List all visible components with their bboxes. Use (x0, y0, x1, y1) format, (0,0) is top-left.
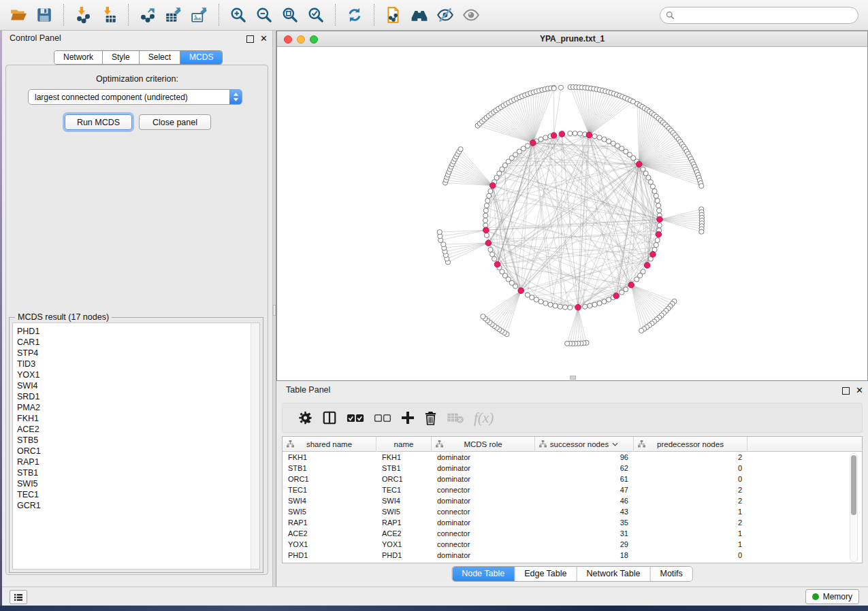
ring-node[interactable] (634, 277, 639, 282)
ring-node[interactable] (539, 299, 543, 304)
leaf-node[interactable] (558, 85, 563, 90)
deselect-all-button[interactable] (374, 413, 391, 423)
ring-node[interactable] (483, 218, 487, 222)
tab-edge-table[interactable]: Edge Table (515, 567, 577, 581)
mcds-dominator-node[interactable] (530, 140, 536, 146)
ring-node[interactable] (597, 135, 602, 140)
float-panel-icon[interactable] (246, 35, 254, 43)
mcds-dominator-node[interactable] (586, 132, 592, 138)
ring-node[interactable] (592, 134, 597, 139)
hide-visual-style-button[interactable] (434, 3, 457, 27)
ring-node[interactable] (583, 304, 588, 309)
table-row[interactable]: RAP1RAP1dominator352 (283, 517, 862, 528)
leaf-node[interactable] (699, 184, 704, 188)
mcds-list-scrollbar[interactable] (251, 323, 259, 569)
export-image-button[interactable] (188, 3, 211, 27)
refresh-view-button[interactable] (343, 3, 366, 27)
table-row[interactable]: PHD1PHD1dominator180 (283, 550, 862, 561)
run-mcds-button[interactable]: Run MCDS (65, 114, 132, 130)
delete-entry-button[interactable] (424, 411, 437, 425)
mcds-dominator-node[interactable] (518, 288, 524, 294)
table-scrollbar-thumb[interactable] (851, 455, 856, 515)
ring-node[interactable] (620, 290, 624, 295)
ring-node[interactable] (525, 293, 530, 297)
zoom-out-button[interactable] (253, 3, 276, 27)
criterion-dropdown[interactable]: largest connected component (undirected) (28, 89, 242, 105)
table-row[interactable]: TEC1TEC1connector472 (283, 484, 862, 495)
ring-node[interactable] (489, 252, 494, 257)
add-entry-button[interactable] (401, 411, 415, 425)
ring-node[interactable] (656, 203, 661, 208)
ring-node[interactable] (602, 137, 607, 142)
table-row[interactable]: ACE2ACE2connector311 (283, 528, 862, 539)
mcds-dominator-node[interactable] (551, 133, 557, 139)
memory-button[interactable]: Memory (805, 589, 859, 604)
task-history-button[interactable] (10, 590, 27, 604)
export-network-button[interactable] (136, 3, 159, 27)
close-panel-button[interactable]: Close panel (139, 114, 211, 130)
ring-node[interactable] (592, 302, 597, 307)
ring-node[interactable] (534, 297, 539, 302)
table-scrollbar[interactable] (850, 453, 858, 562)
tab-select[interactable]: Select (140, 51, 180, 64)
export-table-button[interactable] (162, 3, 185, 27)
show-graphics-details-button[interactable] (460, 3, 483, 27)
mcds-dominator-node[interactable] (650, 252, 656, 258)
save-session-button[interactable] (33, 3, 56, 27)
column-header-shared-name[interactable]: shared name (283, 437, 376, 452)
network-window-titlebar[interactable]: YPA_prune.txt_1 (277, 31, 867, 47)
ring-node[interactable] (607, 297, 611, 302)
mcds-dominator-node[interactable] (636, 161, 642, 167)
tab-style[interactable]: Style (103, 51, 140, 64)
column-header-MCDS-role[interactable]: MCDS role (432, 437, 535, 452)
ring-node[interactable] (488, 247, 493, 252)
divider-grip[interactable] (273, 305, 276, 316)
search-network-button[interactable] (408, 3, 431, 27)
ring-node[interactable] (602, 299, 607, 304)
ring-node[interactable] (654, 242, 658, 247)
ring-node[interactable] (655, 237, 660, 242)
ring-node[interactable] (654, 193, 658, 198)
mcds-dominator-node[interactable] (559, 131, 565, 137)
zoom-selected-button[interactable] (304, 3, 327, 27)
ring-node[interactable] (553, 303, 558, 308)
tab-network[interactable]: Network (54, 51, 103, 64)
ring-node[interactable] (657, 208, 662, 213)
table-row[interactable]: ORC1ORC1dominator610 (283, 474, 862, 484)
ring-node[interactable] (484, 203, 489, 208)
ring-node[interactable] (568, 131, 573, 135)
mcds-dominator-node[interactable] (575, 304, 581, 310)
leaf-node[interactable] (565, 341, 570, 346)
table-settings-gear-button[interactable] (298, 411, 312, 425)
leaf-node[interactable] (481, 314, 485, 319)
network-split-grip[interactable] (570, 376, 576, 380)
mcds-dominator-node[interactable] (494, 261, 500, 267)
ring-node[interactable] (607, 139, 611, 144)
ring-node[interactable] (597, 301, 602, 306)
tab-motifs[interactable]: Motifs (650, 567, 692, 581)
show-column-button[interactable] (322, 410, 337, 425)
table-close-icon[interactable]: ✕ (856, 387, 863, 395)
import-network-button[interactable] (71, 3, 95, 27)
table-row[interactable]: SWI5SWI5connector431 (283, 506, 862, 517)
tab-mcds[interactable]: MCDS (180, 51, 222, 64)
ring-node[interactable] (488, 188, 493, 193)
ring-node[interactable] (558, 304, 562, 309)
tab-node-table[interactable]: Node Table (452, 567, 515, 581)
ring-node[interactable] (485, 198, 490, 203)
leaf-node[interactable] (437, 229, 442, 234)
ring-node[interactable] (484, 233, 489, 237)
ring-node[interactable] (588, 303, 592, 308)
ring-node[interactable] (548, 302, 553, 307)
search-input[interactable] (675, 10, 852, 20)
ring-node[interactable] (648, 180, 653, 184)
select-all-button[interactable] (347, 413, 364, 423)
ring-node[interactable] (577, 131, 582, 136)
mcds-dominator-node[interactable] (613, 293, 620, 299)
ring-node[interactable] (539, 137, 543, 142)
ring-node[interactable] (525, 144, 530, 148)
ring-node[interactable] (573, 131, 577, 135)
table-row[interactable]: YOX1YOX1connector291 (283, 539, 862, 550)
mcds-dominator-node[interactable] (656, 231, 662, 237)
close-panel-icon[interactable]: ✕ (260, 35, 268, 43)
